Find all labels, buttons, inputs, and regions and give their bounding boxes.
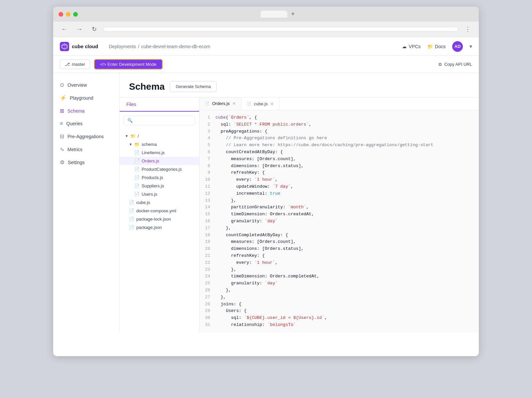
code-line: cube(`Orders`, {	[215, 114, 479, 121]
file-docker-compose[interactable]: 📄 docker-compose.yml	[120, 207, 199, 215]
files-tab[interactable]: Files	[120, 98, 199, 112]
code-line: dimensions: [Orders.status],	[215, 163, 479, 170]
refresh-button[interactable]: ↻	[89, 24, 99, 34]
files-panel: Files 🔍 ▼ 📁 /	[120, 98, 200, 333]
line-number: 16	[203, 218, 210, 225]
maximize-button[interactable]	[73, 12, 78, 17]
sidebar-item-metrics[interactable]: ∿ Metrics	[53, 143, 119, 156]
line-number: 22	[203, 259, 210, 266]
code-line: countCreatedAtByDay: {	[215, 149, 479, 156]
line-number: 29	[203, 308, 210, 315]
file-suppliers[interactable]: 📄 Suppliers.js	[120, 182, 199, 190]
close-button[interactable]	[59, 12, 63, 17]
file-lineitems[interactable]: 📄 LineItems.js	[120, 149, 199, 157]
breadcrumb: Deployments / cube-devrel-team-demo-db-e…	[109, 44, 210, 49]
code-line: granularity: `day`	[215, 218, 479, 225]
code-line: },	[215, 225, 479, 232]
traffic-lights	[59, 12, 78, 17]
sidebar: ⊙ Overview ⚡ Playground ⊞ Schema ≡ Queri…	[53, 73, 120, 333]
docs-link[interactable]: 📁 Docs	[427, 44, 446, 49]
sidebar-item-pre-aggregations[interactable]: ⊟ Pre-Aggregations	[53, 130, 119, 143]
address-bar[interactable]	[103, 27, 458, 32]
code-line: preAggregations: {	[215, 128, 479, 135]
code-line: },	[215, 266, 479, 273]
editor-tabs: 📄 Orders.js ✕ 📄 cube.js ✕	[200, 98, 479, 110]
file-icon-package: 📄	[129, 225, 134, 230]
sidebar-item-schema[interactable]: ⊞ Schema	[53, 104, 119, 117]
code-line: countCompletedAtByDay: {	[215, 232, 479, 239]
line-number: 11	[203, 183, 210, 190]
code-line: // Learn more here: https://cube.dev/doc…	[215, 142, 479, 149]
tab-close-orders[interactable]: ✕	[232, 101, 236, 106]
avatar-dropdown-icon[interactable]: ▾	[469, 43, 472, 50]
minimize-button[interactable]	[66, 12, 70, 17]
new-tab-button[interactable]: +	[291, 11, 295, 18]
file-tab-icon-orders: 📄	[205, 101, 209, 106]
sidebar-item-settings[interactable]: ⚙ Settings	[53, 156, 119, 169]
file-icon-users: 📄	[134, 192, 140, 197]
file-search-input[interactable]	[135, 118, 192, 123]
content-area: Schema Generate Schema Files 🔍	[120, 73, 479, 333]
file-search-box[interactable]: 🔍	[124, 116, 195, 125]
folder-icon-schema: 📁	[134, 142, 140, 147]
code-line: dimensions: [Orders.status],	[215, 246, 479, 252]
avatar[interactable]: AD	[452, 41, 463, 52]
editor-tab-cubejs[interactable]: 📄 cube.js ✕	[241, 98, 279, 110]
line-number: 15	[203, 211, 210, 218]
line-number: 25	[203, 280, 210, 287]
vpcs-link[interactable]: ☁ VPCs	[402, 44, 421, 49]
file-icon-productcategories: 📄	[134, 167, 140, 172]
file-package-lock[interactable]: 📄 package-lock.json	[120, 215, 199, 223]
line-number: 27	[203, 294, 210, 301]
line-number: 12	[203, 190, 210, 197]
code-line: measures: [Orders.count],	[215, 156, 479, 163]
line-number: 24	[203, 273, 210, 280]
code-line: joins: {	[215, 301, 479, 308]
editor-tab-orders[interactable]: 📄 Orders.js ✕	[200, 98, 241, 110]
line-numbers: 1234567891011121314151617181920212223242…	[200, 110, 213, 333]
code-line: refreshKey: {	[215, 169, 479, 176]
line-number: 3	[203, 128, 210, 135]
root-folder[interactable]: ▼ 📁 /	[120, 132, 199, 140]
line-number: 2	[203, 121, 210, 128]
file-cubejs[interactable]: 📄 cube.js	[120, 198, 199, 207]
code-line: relationship: `belongsTo`	[215, 322, 479, 329]
file-package[interactable]: 📄 package.json	[120, 223, 199, 232]
line-number: 1	[203, 114, 210, 121]
sidebar-item-playground[interactable]: ⚡ Playground	[53, 91, 119, 104]
folder-icon: 📁	[427, 44, 433, 49]
code-line: },	[215, 197, 479, 204]
breadcrumb-parent[interactable]: Deployments	[109, 44, 136, 49]
file-orders[interactable]: 📄 Orders.js	[120, 157, 199, 165]
line-number: 18	[203, 232, 210, 239]
code-line: granularity: `day`	[215, 280, 479, 287]
file-icon-cubejs: 📄	[129, 200, 134, 205]
back-button[interactable]: ←	[59, 25, 70, 34]
schema-folder[interactable]: ▼ 📁 schema	[120, 140, 199, 149]
more-options-button[interactable]: ⋮	[462, 24, 473, 34]
file-productcategories[interactable]: 📄 ProductCategories.js	[120, 165, 199, 173]
line-number: 23	[203, 266, 210, 273]
stack-icon: ⊟	[60, 133, 64, 140]
generate-schema-button[interactable]: Generate Schema	[170, 81, 216, 92]
cube-logo-icon	[60, 42, 69, 51]
code-line: every: `1 hour`,	[215, 259, 479, 266]
code-line: every: `1 hour`,	[215, 176, 479, 183]
tab-close-cubejs[interactable]: ✕	[270, 102, 274, 106]
gear-icon: ⚙	[60, 159, 65, 165]
sidebar-item-queries[interactable]: ≡ Queries	[53, 117, 119, 130]
file-products[interactable]: 📄 Products.js	[120, 173, 199, 182]
forward-button[interactable]: →	[74, 25, 85, 34]
line-number: 21	[203, 252, 210, 259]
code-content[interactable]: 1234567891011121314151617181920212223242…	[200, 110, 479, 333]
copy-api-button[interactable]: ⧉ Copy API URL	[439, 62, 472, 67]
file-icon-products: 📄	[134, 175, 140, 180]
code-line: },	[215, 294, 479, 301]
dev-mode-button[interactable]: </> Enter Development Mode	[94, 59, 163, 69]
file-icon-suppliers: 📄	[134, 183, 140, 188]
copy-icon: ⧉	[439, 62, 442, 67]
file-users[interactable]: 📄 Users.js	[120, 190, 199, 198]
sidebar-item-overview[interactable]: ⊙ Overview	[53, 78, 119, 91]
line-number: 6	[203, 149, 210, 156]
code-line: partitionGranularity: `month`,	[215, 204, 479, 211]
